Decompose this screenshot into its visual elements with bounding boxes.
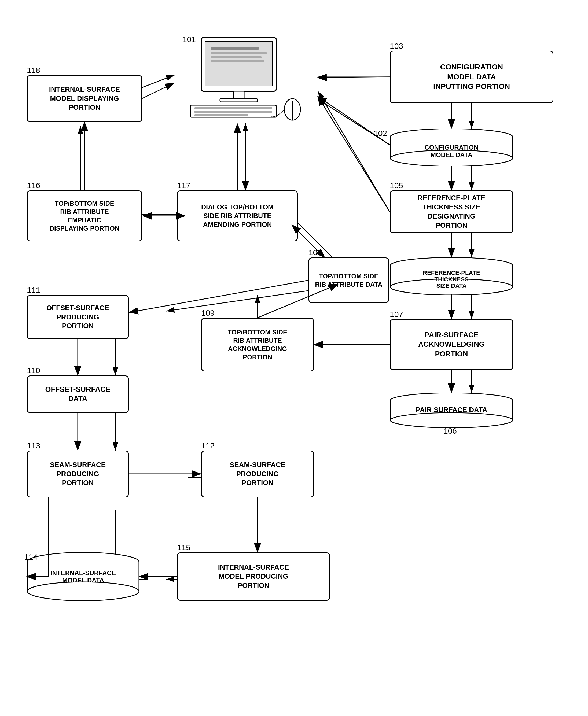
- svg-point-65: [27, 582, 139, 601]
- node-116: TOP/BOTTOM SIDE RIB ATTRIBUTE EMPHATIC D…: [27, 190, 142, 241]
- label-110: 110: [27, 366, 40, 375]
- node-107: PAIR-SURFACE ACKNOWLEDGING PORTION: [390, 319, 513, 370]
- svg-rect-38: [211, 56, 261, 59]
- label-111: 111: [27, 286, 40, 295]
- node-117: DIALOG TOP/BOTTOM SIDE RIB ATTRIBUTE AME…: [177, 190, 298, 241]
- diagram-container: CONFIGURATION MODEL DATA INPUTTING PORTI…: [0, 0, 588, 716]
- svg-point-59: [390, 413, 512, 428]
- svg-rect-33: [194, 114, 248, 116]
- node-108: TOP/BOTTOM SIDE RIB ATTRIBUTE DATA: [309, 257, 389, 303]
- label-112: 112: [201, 441, 215, 450]
- svg-text:INTERNAL-SURFACE: INTERNAL-SURFACE: [50, 569, 116, 577]
- svg-line-75: [318, 96, 390, 212]
- svg-rect-32: [194, 111, 272, 113]
- svg-rect-39: [211, 60, 264, 63]
- svg-rect-31: [194, 107, 272, 109]
- label-117: 117: [177, 181, 190, 190]
- node-113: SEAM-SURFACE PRODUCING PORTION: [27, 451, 129, 497]
- label-105: 105: [390, 181, 403, 190]
- label-113: 113: [27, 441, 40, 450]
- node-101-computer: 101: [174, 35, 318, 123]
- label-109: 109: [201, 308, 215, 318]
- label-102: 102: [374, 129, 387, 138]
- node-103: CONFIGURATION MODEL DATA INPUTTING PORTI…: [390, 51, 553, 103]
- node-112: SEAM-SURFACE PRODUCING PORTION: [201, 451, 314, 497]
- label-116: 116: [27, 181, 40, 190]
- svg-rect-36: [211, 47, 259, 50]
- node-110: OFFSET-SURFACE DATA: [27, 375, 129, 413]
- svg-text:MODEL DATA: MODEL DATA: [62, 577, 104, 584]
- node-102: CONFIGURATION MODEL DATA 102: [390, 129, 513, 166]
- svg-line-85: [129, 280, 309, 312]
- svg-rect-29: [220, 99, 257, 102]
- svg-rect-37: [211, 52, 267, 55]
- svg-rect-28: [233, 91, 244, 99]
- node-109: TOP/BOTTOM SIDE RIB ATTRIBUTE ACKNOWLEDG…: [201, 318, 314, 371]
- svg-line-25: [318, 91, 390, 212]
- label-118: 118: [27, 66, 40, 75]
- svg-text:SIZE DATA: SIZE DATA: [437, 282, 467, 289]
- node-115: INTERNAL-SURFACE MODEL PRODUCING PORTION: [177, 552, 330, 601]
- node-106: PAIR SURFACE DATA 106: [390, 393, 513, 428]
- label-101: 101: [183, 35, 196, 44]
- node-104: REFERENCE-PLATE THICKNESS SIZE DATA 104: [390, 257, 513, 295]
- svg-text:PAIR SURFACE DATA: PAIR SURFACE DATA: [416, 406, 487, 414]
- svg-line-70: [318, 77, 390, 78]
- svg-line-83: [142, 83, 174, 99]
- label-114: 114: [24, 552, 38, 562]
- svg-text:THICKNESS: THICKNESS: [434, 276, 468, 283]
- svg-text:CONFIGURATION: CONFIGURATION: [425, 144, 479, 151]
- node-114: INTERNAL-SURFACE MODEL DATA 114: [27, 552, 140, 601]
- svg-line-24: [318, 99, 390, 145]
- node-105: REFERENCE-PLATE THICKNESS SIZE DESIGNATI…: [390, 190, 513, 233]
- label-115: 115: [177, 543, 190, 552]
- label-108: 108: [309, 248, 322, 257]
- node-111: OFFSET-SURFACE PRODUCING PORTION: [27, 295, 129, 339]
- label-107: 107: [390, 310, 403, 319]
- node-118: INTERNAL-SURFACE MODEL DISPLAYING PORTIO…: [27, 75, 142, 122]
- svg-text:MODEL DATA: MODEL DATA: [430, 151, 472, 158]
- svg-text:REFERENCE-PLATE: REFERENCE-PLATE: [423, 269, 480, 276]
- label-106: 106: [443, 426, 457, 435]
- label-103: 103: [390, 42, 403, 51]
